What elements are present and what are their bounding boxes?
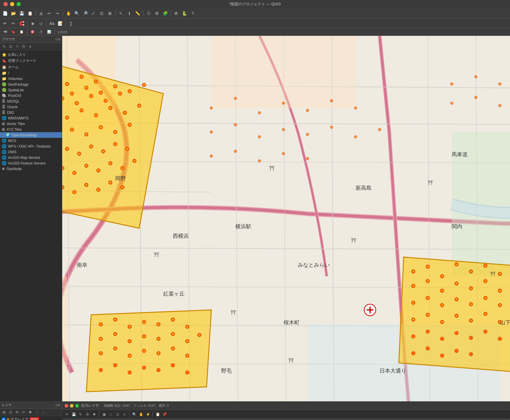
browser-tree-item[interactable]: 🌐OWS	[0, 149, 62, 155]
settings-btn[interactable]: ⚙	[153, 9, 161, 17]
attr-edit-btn[interactable]: ✏	[64, 411, 70, 417]
layer-remove-btn[interactable]: ✖	[27, 409, 33, 415]
pan-btn[interactable]: ✋	[65, 9, 72, 17]
attr-window-controls[interactable]	[65, 404, 79, 408]
python-btn[interactable]: 🐍	[180, 9, 188, 17]
browser-tree-item[interactable]: 🗄Oracle	[0, 104, 62, 110]
selected-polygon-3	[86, 310, 211, 392]
browser-collapse-btn[interactable]: ▽	[14, 44, 20, 49]
browser-tree-item[interactable]: ❄GeoNode	[0, 166, 62, 172]
node-tool-btn[interactable]: ◇	[37, 20, 45, 27]
help-btn[interactable]: ?	[189, 9, 196, 17]
processing-btn[interactable]: ⚙	[172, 9, 180, 17]
attr-copy-btn[interactable]: 📋	[155, 411, 161, 417]
attr-close-btn[interactable]	[65, 404, 68, 408]
attr-minimize-btn[interactable]	[70, 404, 73, 408]
browser-tree-item[interactable]: 🌐WFS / OGC API - Features	[0, 143, 62, 149]
new-project-btn[interactable]: 📄	[1, 9, 9, 17]
layer-item-output[interactable]: ▦ 出力レイヤ 5167	[0, 416, 62, 420]
add-layer-btn[interactable]: ➕	[145, 9, 152, 17]
attr-pan-sel-btn[interactable]: ✋	[138, 411, 144, 417]
map-add-icon[interactable]	[364, 304, 376, 316]
feature-form-btn[interactable]: 📋	[18, 28, 25, 36]
close-button[interactable]	[4, 2, 8, 6]
save-as-btn[interactable]: 📋	[26, 9, 34, 17]
attr-deselect-btn[interactable]: □	[108, 411, 114, 417]
layer-checkbox-output[interactable]	[2, 418, 5, 420]
browser-tree-item[interactable]: 🏠ホーム	[0, 64, 62, 70]
attr-select-all-btn[interactable]: ▣	[101, 411, 107, 417]
digitize-btn[interactable]: ✏	[1, 20, 9, 27]
annotation-btn[interactable]: 📝	[56, 20, 64, 27]
layer-filter-btn[interactable]: ⊡	[8, 409, 14, 415]
browser-tree-item[interactable]: 📁/	[0, 70, 62, 76]
attr-flash-btn[interactable]: ⚡	[145, 411, 151, 417]
browser-tree-item[interactable]: ⊞Vector Tiles	[0, 121, 62, 127]
map-area[interactable]: 西横浜 横浜駅 みなとみらい 岡野 南幸 新高島 馬車道 桜木町 野毛 日本大通…	[62, 36, 510, 401]
undo-btn[interactable]: ↩	[45, 9, 53, 17]
snap-btn[interactable]: 🧲	[18, 20, 25, 27]
layer-visibility-btn[interactable]: 👁	[14, 409, 20, 415]
browser-tree-item[interactable]: 🔖空間ブックマーク	[0, 58, 62, 64]
locate-btn[interactable]: 🎯	[29, 28, 36, 36]
browser-tree-item[interactable]: 🌐ArcGIS Map Service	[0, 155, 62, 160]
svg-point-187	[427, 266, 429, 267]
attr-maximize-btn[interactable]	[75, 404, 79, 408]
measure-btn[interactable]: 📏	[134, 9, 141, 17]
attr-col-id[interactable]: id	[246, 419, 510, 420]
browser-tree-item[interactable]: 🌐ArcGIS Feature Service	[0, 160, 62, 166]
field-calc-btn[interactable]: ∑	[67, 20, 75, 27]
zoom-in-btn[interactable]: 🔍	[73, 9, 81, 17]
browser-tree-item[interactable]: 🗄DB2	[0, 110, 62, 115]
browser-tree-item[interactable]: ⭐お気に入り	[0, 52, 62, 58]
save-project-btn[interactable]: 💾	[18, 9, 25, 17]
open-project-btn[interactable]: 📂	[9, 9, 17, 17]
svg-point-140	[129, 90, 130, 92]
zoom-full-btn[interactable]: ⤢	[89, 9, 97, 17]
zoom-layer-btn[interactable]: ⊡	[98, 9, 105, 17]
layer-edit-btn[interactable]: ✏	[21, 409, 27, 415]
maximize-button[interactable]	[17, 2, 21, 6]
browser-refresh-btn[interactable]: ↻	[1, 44, 7, 49]
browser-tree-item[interactable]: 🌍OpenStreetMap	[0, 132, 62, 138]
attr-col-rownum[interactable]	[63, 419, 246, 420]
redo-btn[interactable]: ↪	[54, 9, 61, 17]
open-attr-table-btn[interactable]: ⊞	[1, 409, 7, 415]
minimize-button[interactable]	[10, 2, 14, 6]
window-controls[interactable]	[4, 2, 21, 6]
layer-down-btn[interactable]: ↓	[40, 409, 46, 415]
browser-tree-item[interactable]: 🗄MSSQL	[0, 98, 62, 104]
attr-zoom-sel-btn[interactable]: 🔍	[131, 411, 137, 417]
browser-tree-item[interactable]: 🟢SpatiaLite	[0, 87, 62, 93]
attr-reload-btn[interactable]: ↻	[78, 411, 84, 417]
attr-add-btn[interactable]: ➕	[84, 411, 90, 417]
browser-add-btn[interactable]: ➕	[21, 44, 27, 49]
zoom-out-btn[interactable]: 🔎	[81, 9, 89, 17]
edit-btn[interactable]: ✂	[9, 20, 17, 27]
attr-save-btn[interactable]: 💾	[71, 411, 77, 417]
browser-tree-item[interactable]: ⊞XYZ Tiles	[0, 127, 62, 132]
attr-invert-sel-btn[interactable]: ⊡	[115, 411, 121, 417]
bookmark-btn[interactable]: 🔖	[9, 28, 17, 36]
attr-filter-btn[interactable]: ≡	[121, 411, 127, 417]
zoom-selection-btn[interactable]: ⊠	[106, 9, 114, 17]
browser-filter-btn[interactable]: ⊡	[8, 44, 14, 49]
select-btn[interactable]: ↖	[117, 9, 125, 17]
label-btn[interactable]: Aa	[48, 20, 56, 27]
print-btn[interactable]: 🖨	[37, 9, 45, 17]
browser-info-btn[interactable]: ℹ	[27, 44, 33, 49]
attr-delete-btn[interactable]: ✖	[91, 411, 97, 417]
browser-tree-item[interactable]: 🌐WCS	[0, 138, 62, 143]
map-tip-btn[interactable]: 🗺	[1, 28, 9, 36]
attr-paste-btn[interactable]: 📌	[162, 411, 167, 417]
plugins-btn[interactable]: 🧩	[161, 9, 169, 17]
browser-tree-item[interactable]: 🌐WMS/WMTS	[0, 115, 62, 121]
temporal-btn[interactable]: ⏱	[37, 28, 45, 36]
browser-tree-item[interactable]: 🟢GeoPackage	[0, 82, 62, 87]
elevation-btn[interactable]: 📊	[45, 28, 53, 36]
browser-tree-item[interactable]: 🐘PostGIS	[0, 93, 62, 98]
identify-btn[interactable]: ℹ	[125, 9, 133, 17]
browser-tree-item[interactable]: 📁/Volumes	[0, 76, 62, 82]
advanced-edit-btn[interactable]: ◈	[29, 20, 36, 27]
layer-up-btn[interactable]: ↑	[34, 409, 40, 415]
